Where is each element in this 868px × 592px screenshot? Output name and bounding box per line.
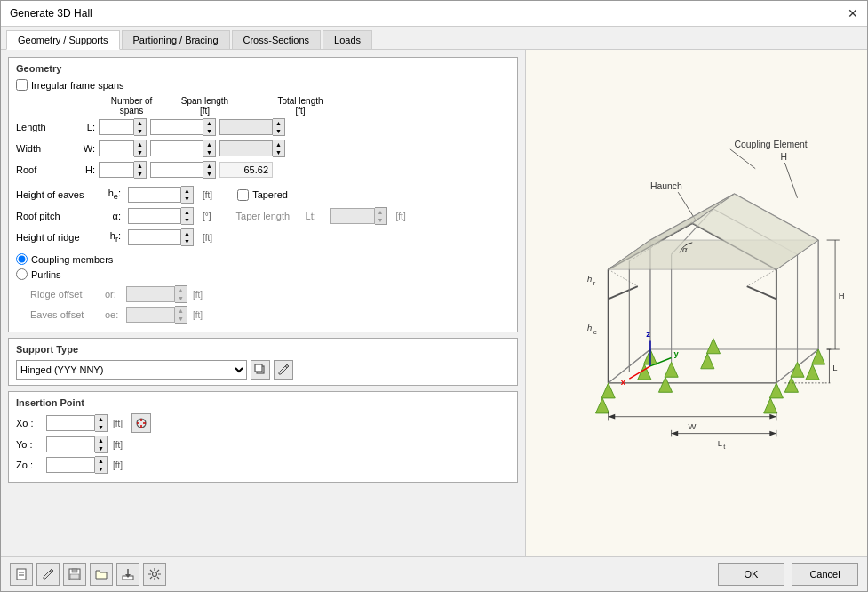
- eaves-down[interactable]: ▼: [181, 195, 193, 203]
- open-button[interactable]: [90, 563, 113, 586]
- support-type-dropdown[interactable]: Hinged (YYY NNY): [16, 360, 247, 380]
- xo-field[interactable]: 0.00: [46, 415, 95, 431]
- width-spans-down[interactable]: ▼: [134, 148, 146, 156]
- xo-row: Xo : 0.00 ▲ ▼ [ft]: [16, 413, 510, 433]
- support-type-title: Support Type: [16, 344, 510, 355]
- width-total-up[interactable]: ▲: [273, 140, 284, 148]
- table-headers: Number ofspans Span length[ft] Total len…: [25, 96, 510, 116]
- save-button[interactable]: [63, 563, 86, 586]
- xo-up[interactable]: ▲: [95, 415, 107, 423]
- length-total-field[interactable]: 78.74: [219, 119, 273, 135]
- roof-spans-field[interactable]: 4: [99, 162, 134, 178]
- yo-down[interactable]: ▼: [95, 444, 107, 452]
- taper-field[interactable]: [330, 208, 375, 224]
- roof-spans-down[interactable]: ▼: [134, 170, 146, 178]
- pitch-field[interactable]: 30.00: [128, 208, 181, 224]
- svg-text:z: z: [646, 329, 650, 339]
- edit-button[interactable]: [36, 563, 60, 586]
- settings-button[interactable]: [143, 563, 166, 586]
- support-edit-button[interactable]: [274, 360, 293, 380]
- ridge-height-down[interactable]: ▼: [181, 237, 193, 245]
- length-spans-up[interactable]: ▲: [134, 119, 146, 127]
- tab-loads[interactable]: Loads: [323, 30, 372, 49]
- tab-partioning-bracing[interactable]: Partioning / Bracing: [122, 30, 230, 49]
- ridge-offset-up[interactable]: ▲: [175, 286, 187, 294]
- length-spanlength-up[interactable]: ▲: [203, 119, 215, 127]
- width-total-down[interactable]: ▼: [273, 148, 284, 156]
- length-spanlength-down[interactable]: ▼: [203, 127, 215, 135]
- zo-field[interactable]: 0.00: [46, 457, 95, 473]
- ridge-height-field[interactable]: 38.94: [128, 229, 181, 245]
- ridge-offset-row: Ridge offset or: ▲ ▼ [ft]: [30, 285, 510, 303]
- ridge-offset-label: Ridge offset: [30, 289, 101, 300]
- width-spans-up[interactable]: ▲: [134, 140, 146, 148]
- svg-text:h: h: [587, 274, 592, 284]
- zo-up[interactable]: ▲: [95, 457, 107, 465]
- roof-spanlength-up[interactable]: ▲: [203, 162, 215, 170]
- svg-text:y: y: [673, 348, 679, 358]
- coupling-label: Coupling members: [31, 254, 113, 265]
- svg-text:L: L: [832, 363, 837, 372]
- pitch-down[interactable]: ▼: [181, 216, 193, 224]
- yo-up[interactable]: ▲: [95, 436, 107, 444]
- xo-down[interactable]: ▼: [95, 423, 107, 431]
- length-total-up[interactable]: ▲: [273, 119, 284, 127]
- new-button[interactable]: [10, 563, 33, 586]
- ridge-offset-field[interactable]: [126, 286, 175, 302]
- svg-rect-1: [255, 364, 262, 372]
- pick-point-button[interactable]: [131, 413, 151, 433]
- zo-input: 0.00 ▲ ▼: [46, 456, 108, 474]
- pitch-symbol: α:: [103, 211, 121, 221]
- width-spanlength-field[interactable]: 16.40: [150, 140, 203, 156]
- width-spans-field[interactable]: 4: [99, 140, 134, 156]
- width-spanlength-up[interactable]: ▲: [203, 140, 215, 148]
- ridge-height-up[interactable]: ▲: [181, 229, 193, 237]
- export-button[interactable]: [116, 563, 139, 586]
- length-symbol: L:: [73, 122, 95, 132]
- ok-button[interactable]: OK: [718, 563, 784, 586]
- svg-text:x: x: [621, 377, 626, 387]
- width-row: Width W: 4 ▲ ▼ 16.40 ▲ ▼: [16, 140, 510, 157]
- eaves-offset-unit: [ft]: [193, 310, 203, 320]
- cancel-button[interactable]: Cancel: [792, 563, 858, 586]
- eaves-field[interactable]: 20.00: [128, 187, 181, 203]
- eaves-offset-down[interactable]: ▼: [175, 315, 187, 323]
- taper-up[interactable]: ▲: [375, 208, 386, 216]
- roof-spans-up[interactable]: ▲: [134, 162, 146, 170]
- pitch-up[interactable]: ▲: [181, 208, 193, 216]
- coupling-radio[interactable]: [16, 253, 28, 265]
- roof-spanlength-down[interactable]: ▼: [203, 170, 215, 178]
- support-copy-button[interactable]: [251, 360, 270, 380]
- ridge-height-input: 38.94 ▲ ▼: [128, 228, 194, 246]
- svg-text:e: e: [593, 328, 597, 336]
- tab-cross-sections[interactable]: Cross-Sections: [232, 30, 322, 49]
- hall-diagram-svg: Coupling Element H Haunch: [541, 116, 852, 490]
- eaves-input: 20.00 ▲ ▼: [128, 186, 194, 204]
- eaves-offset-up[interactable]: ▲: [175, 307, 187, 315]
- pitch-unit: [°]: [203, 212, 211, 221]
- eaves-unit: [ft]: [203, 190, 212, 200]
- roof-spanlength-field[interactable]: 16.41: [150, 162, 203, 178]
- taper-down[interactable]: ▼: [375, 216, 386, 224]
- length-total-down[interactable]: ▼: [273, 127, 284, 135]
- eaves-row: Height of eaves he: 20.00 ▲ ▼ [ft] Taper…: [16, 186, 510, 204]
- width-spanlength-down[interactable]: ▼: [203, 148, 215, 156]
- irregular-checkbox[interactable]: [16, 79, 28, 91]
- purlins-radio[interactable]: [16, 268, 28, 280]
- tab-geometry-supports[interactable]: Geometry / Supports: [6, 30, 120, 50]
- length-spans-field[interactable]: 4: [99, 119, 134, 135]
- roof-label: Roof: [16, 164, 69, 175]
- eaves-offset-field[interactable]: [126, 307, 175, 323]
- ridge-offset-down[interactable]: ▼: [175, 294, 187, 302]
- header-total-length: Total length[ft]: [251, 96, 349, 116]
- close-button[interactable]: ✕: [848, 6, 858, 20]
- length-spanlength-field[interactable]: 19.69: [150, 119, 203, 135]
- eaves-offset-row: Eaves offset oe: ▲ ▼ [ft]: [30, 306, 510, 324]
- zo-down[interactable]: ▼: [95, 465, 107, 473]
- eaves-up[interactable]: ▲: [181, 187, 193, 195]
- yo-field[interactable]: 0.00: [46, 436, 95, 452]
- width-total-field[interactable]: 65.62: [219, 140, 273, 156]
- tapered-checkbox[interactable]: [237, 189, 249, 201]
- length-spans-down[interactable]: ▼: [134, 127, 146, 135]
- ridge-height-symbol: hr:: [103, 230, 121, 244]
